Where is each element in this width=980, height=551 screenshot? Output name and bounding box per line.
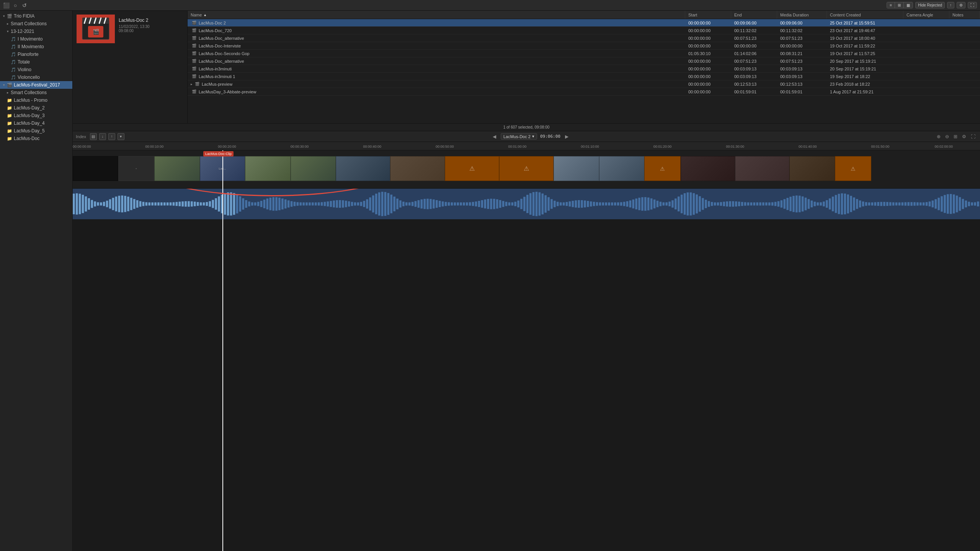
svg-rect-197 [638,198,640,210]
svg-rect-85 [300,202,302,205]
tl-fit-btn[interactable]: ⊞ [952,133,959,140]
tl-fullscreen-btn[interactable]: ⛶ [969,133,977,140]
list-row-2[interactable]: 🎬 LacMus-Doc_alternative 00:00:00:00 00:… [188,34,980,42]
list-row-3[interactable]: 🎬 LacMus-Doc-Interviste 00:00:00:00 00:0… [188,42,980,50]
sidebar-item-lacmus-day5[interactable]: 📁 LacMus-Day_5 [0,127,72,135]
svg-rect-295 [935,199,937,209]
list-row-6[interactable]: 🎬 LacMus-in3minuti 00:00:00:00 00:03:09:… [188,65,980,73]
svg-rect-134 [448,202,450,205]
svg-rect-40 [163,202,166,205]
svg-rect-297 [941,196,943,212]
col-header-end[interactable]: End [731,11,777,19]
svg-rect-292 [926,202,928,206]
svg-rect-142 [472,202,474,206]
row-2-duration: 00:07:51:23 [777,36,827,41]
index-btn-3[interactable]: ↑ [108,133,115,140]
list-row-5[interactable]: 🎬 LacMus-Doc_alternative 00:00:00:00 00:… [188,57,980,65]
svg-rect-122 [412,202,414,206]
svg-rect-227 [729,201,731,207]
svg-rect-181 [590,201,592,206]
track-audio[interactable] [73,189,980,219]
sidebar-item-violino[interactable]: 🎵 Violino [0,66,72,73]
filmstrip-view-btn[interactable]: ▦ [904,2,913,8]
sidebar-item-i-movimento[interactable]: 🎵 I Movimento [0,35,72,43]
list-row-7[interactable]: 🎬 LacMus-in3minuti 1 00:00:00:00 00:03:0… [188,73,980,80]
ruler-tick-7: 00:01:10:00 [581,145,599,148]
grid-view-btn[interactable]: ⊞ [895,2,904,8]
col-header-duration[interactable]: Media Duration [777,11,827,19]
svg-rect-285 [905,202,907,205]
index-btn-4[interactable]: ▾ [118,133,124,140]
svg-rect-208 [671,200,674,207]
svg-rect-294 [932,201,934,207]
sidebar-item-lacmus-festival[interactable]: ▾ 🎬 LacMus-Festival_2017 [0,81,72,89]
list-row-0[interactable]: 🎬 LacMus-Doc 2 00:00:00:00 00:09:06:00 0… [188,19,980,27]
list-row-8[interactable]: ▸ 🎬 LacMus-preview 00:00:00:00 00:12:53:… [188,80,980,88]
sidebar-item-smart-collections-1[interactable]: ▸ Smart Collections [0,20,72,28]
timeline-timecode: 09:06:00 [540,134,560,139]
col-header-start[interactable]: Start [685,11,731,19]
row-4-start: 01:05:30:10 [685,51,731,56]
index-btn-1[interactable]: ▤ [90,133,97,140]
col-header-angle[interactable]: Camera Angle [903,11,949,19]
row-4-duration: 00:08:31:21 [777,51,827,56]
sidebar-item-pianoforte[interactable]: 🎵 Pianoforte [0,51,72,58]
timeline-toolbar: Index ▤ ↓ ↑ ▾ ◀ LacMus-Doc 2 ▾ 09:06:00 … [73,131,980,142]
share-btn[interactable]: ↑ [947,2,954,8]
sidebar-item-violoncello[interactable]: 🎵 Violoncello [0,73,72,81]
svg-rect-158 [520,199,523,209]
svg-rect-226 [726,201,728,206]
hide-rejected-btn[interactable]: Hide Rejected [915,2,945,8]
sidebar-item-lacmus-day3[interactable]: 📁 LacMus-Day_3 [0,112,72,119]
svg-rect-132 [442,201,444,206]
sidebar-item-lacmus-day4[interactable]: 📁 LacMus-Day_4 [0,119,72,127]
svg-rect-98 [339,200,341,208]
tl-prev-btn[interactable]: ◀ [491,133,498,140]
list-view-btn[interactable]: ≡ [887,2,895,8]
totale-icon: 🎵 [11,60,16,65]
index-btn-2[interactable]: ↓ [99,133,106,140]
svg-rect-31 [136,200,139,208]
sidebar-item-lacmus-doc[interactable]: 📁 LacMus-Doc [0,135,72,142]
list-content[interactable]: 🎬 LacMus-Doc 2 00:00:00:00 00:09:06:00 0… [188,19,980,123]
sidebar-item-totale[interactable]: 🎵 Totale [0,58,72,66]
tl-next-btn[interactable]: ▶ [564,133,570,140]
svg-rect-211 [681,195,683,214]
row-1-created: 23 Oct 2017 at 19:46:47 [827,28,903,33]
sidebar-item-smart-collections-2[interactable]: ▸ Smart Collections [0,89,72,96]
col-header-created[interactable]: Content Created [827,11,903,19]
list-row-1[interactable]: 🎬 LacMus-Doc_720 00:00:00:00 00:11:32:02… [188,27,980,34]
svg-rect-37 [154,202,157,205]
smart-collections-1-arrow: ▸ [7,22,9,26]
svg-text:🎬: 🎬 [93,29,100,35]
col-header-name[interactable]: Name ▲ [188,11,685,19]
content-area: 🎬 LacMus-Doc 2 11/02/2022, 13:30 09:08:0… [73,11,980,551]
tl-zoom-in-btn[interactable]: ⊕ [935,133,942,140]
track-video[interactable]: LacMus-Doc-Clip ▪ [73,150,980,189]
row-1-start: 00:00:00:00 [685,28,731,33]
fullscreen-btn[interactable]: ⛶ [968,2,977,8]
lacmus-day2-icon: 📁 [7,106,12,111]
window-icon: ○ [12,2,18,8]
sidebar-item-date[interactable]: ▾ 13-12-2021 [0,28,72,35]
row-0-start: 00:00:00:00 [685,21,731,25]
settings-btn[interactable]: ⚙ [957,2,965,8]
svg-rect-283 [898,202,901,205]
svg-rect-38 [157,202,160,205]
sidebar-item-lacmus-day2[interactable]: 📁 LacMus-Day_2 [0,104,72,112]
view-toggle-group[interactable]: ≡ ⊞ ▦ [887,2,913,8]
svg-rect-125 [421,199,423,209]
row-9-icon: 🎬 [191,88,198,95]
row-8-expand[interactable]: ▸ [191,82,193,86]
row-1-icon: 🎬 [191,27,198,34]
tl-zoom-out-btn[interactable]: ⊖ [944,133,951,140]
col-header-notes[interactable]: Notes [949,11,980,19]
row-6-name: LacMus-in3minuti [199,67,232,71]
svg-rect-79 [281,199,284,210]
sidebar-item-trio-fidia[interactable]: ▾ 🎬 Trio FIDIA [0,12,72,20]
tl-settings-btn[interactable]: ⚙ [960,133,968,140]
list-row-9[interactable]: 🎬 LacMusDay_3-Abbate-preview 00:00:00:00… [188,88,980,96]
sidebar-item-lacmus-promo[interactable]: 📁 LacMus - Promo [0,96,72,104]
list-row-4[interactable]: 🎬 LacMus-Doc-Secondo Gop 01:05:30:10 01:… [188,50,980,57]
sidebar-item-ii-movimento[interactable]: 🎵 II Movimento [0,43,72,51]
